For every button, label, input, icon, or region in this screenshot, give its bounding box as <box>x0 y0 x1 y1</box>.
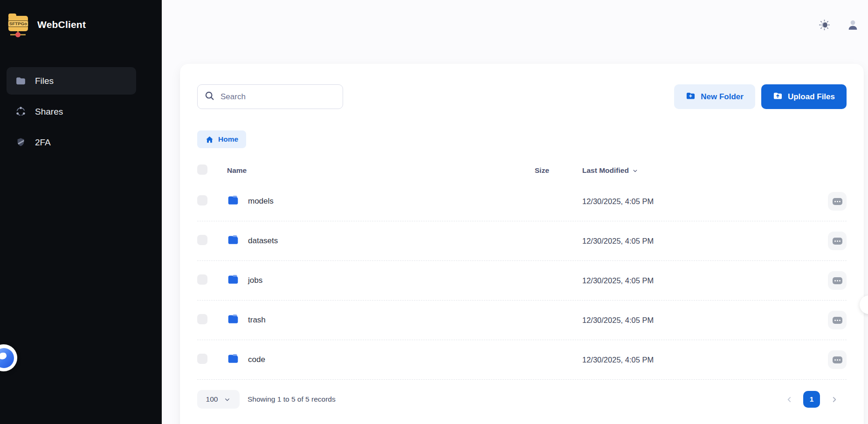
chevron-right-icon <box>830 396 838 403</box>
ellipsis-icon <box>833 317 842 324</box>
breadcrumb: Home <box>197 130 847 148</box>
row-checkbox[interactable] <box>197 354 207 364</box>
file-last-modified: 12/30/2025, 4:05 PM <box>582 356 654 364</box>
app-title: WebClient <box>37 19 86 30</box>
upload-files-label: Upload Files <box>788 92 835 102</box>
sidebar-item-shares[interactable]: Shares <box>7 98 136 125</box>
records-summary: Showing 1 to 5 of 5 records <box>248 395 336 403</box>
folder-icon <box>227 234 239 248</box>
file-name[interactable]: trash <box>248 315 266 325</box>
upload-files-button[interactable]: Upload Files <box>761 84 847 109</box>
sidebar: SFTPGo WebClient Files <box>0 0 162 424</box>
table-row[interactable]: datasets 12/30/2025, 4:05 PM <box>197 221 847 261</box>
ellipsis-icon <box>833 238 842 245</box>
row-checkbox[interactable] <box>197 274 207 285</box>
table-row[interactable]: jobs 12/30/2025, 4:05 PM <box>197 261 847 301</box>
folder-icon <box>227 194 239 208</box>
sidebar-item-label: 2FA <box>35 137 51 148</box>
sidebar-item-2fa[interactable]: 2FA <box>7 129 136 156</box>
row-actions-button[interactable] <box>828 192 847 211</box>
ellipsis-icon <box>833 198 842 205</box>
new-folder-button[interactable]: New Folder <box>674 84 755 109</box>
ellipsis-icon <box>833 277 842 284</box>
brand: SFTPGo WebClient <box>0 0 162 37</box>
row-actions-button[interactable] <box>828 311 847 329</box>
sftpgo-logo-icon: SFTPGo <box>7 12 29 37</box>
folder-plus-icon <box>686 91 696 103</box>
logo-text: SFTPGo <box>8 21 29 27</box>
next-page-button[interactable] <box>826 391 842 407</box>
file-browser-card: New Folder Upload Files Home Name Size <box>180 64 864 424</box>
search-icon <box>204 90 215 103</box>
header-name[interactable]: Name <box>227 166 535 175</box>
sidebar-nav: Files Shares <box>0 67 162 159</box>
table-row[interactable]: code 12/30/2025, 4:05 PM <box>197 340 847 380</box>
page-1-button[interactable]: 1 <box>803 391 820 408</box>
file-name[interactable]: code <box>248 355 265 364</box>
toolbar: New Folder Upload Files <box>197 84 847 109</box>
folder-icon <box>227 313 239 327</box>
webclient-screen: SFTPGo WebClient Files <box>0 0 868 424</box>
search-input[interactable] <box>220 92 336 102</box>
sidebar-item-label: Shares <box>35 107 63 117</box>
file-name[interactable]: models <box>248 197 274 206</box>
row-actions-button[interactable] <box>828 350 847 369</box>
row-actions-button[interactable] <box>828 271 847 290</box>
chevron-left-icon <box>785 396 793 403</box>
widget-globe-icon <box>0 348 14 368</box>
header-last-modified-label: Last Modified <box>582 166 629 175</box>
row-checkbox[interactable] <box>197 314 207 324</box>
row-checkbox[interactable] <box>197 235 207 245</box>
header-size: Size <box>535 166 582 175</box>
user-icon <box>847 19 859 31</box>
chevron-down-icon <box>224 396 231 403</box>
floating-widget-button[interactable] <box>0 344 17 371</box>
select-all-checkbox[interactable] <box>197 164 207 175</box>
ellipsis-icon <box>833 356 842 363</box>
table-header: Name Size Last Modified <box>197 159 847 182</box>
page-size-value: 100 <box>206 395 218 403</box>
theme-toggle-button[interactable] <box>818 18 831 31</box>
home-icon <box>205 135 214 144</box>
file-last-modified: 12/30/2025, 4:05 PM <box>582 237 654 246</box>
sort-chevron-down-icon <box>632 168 638 174</box>
folder-icon <box>15 75 26 87</box>
breadcrumb-home-label: Home <box>218 135 238 144</box>
folder-icon <box>227 353 239 367</box>
file-last-modified: 12/30/2025, 4:05 PM <box>582 197 654 206</box>
page-size-select[interactable]: 100 <box>197 390 240 409</box>
file-last-modified: 12/30/2025, 4:05 PM <box>582 276 654 285</box>
logo-node-dot <box>15 32 21 37</box>
prev-page-button[interactable] <box>781 391 797 407</box>
table-row[interactable]: models 12/30/2025, 4:05 PM <box>197 182 847 221</box>
breadcrumb-home[interactable]: Home <box>197 130 246 148</box>
file-name[interactable]: datasets <box>248 236 278 246</box>
new-folder-label: New Folder <box>701 92 744 102</box>
sidebar-item-files[interactable]: Files <box>7 67 136 95</box>
toolbar-actions: New Folder Upload Files <box>674 84 847 109</box>
folder-upload-icon <box>773 91 783 103</box>
table-row[interactable]: trash 12/30/2025, 4:05 PM <box>197 301 847 340</box>
widget-blob <box>0 352 7 360</box>
search-box <box>197 84 343 109</box>
share-network-icon <box>15 106 26 117</box>
logo-folder-icon: SFTPGo <box>8 16 28 31</box>
pagination-bar: 100 Showing 1 to 5 of 5 records 1 <box>197 390 847 409</box>
shield-icon <box>15 137 26 148</box>
row-actions-button[interactable] <box>828 232 847 250</box>
row-checkbox[interactable] <box>197 195 207 205</box>
user-menu-button[interactable] <box>846 18 859 31</box>
folder-icon <box>227 274 239 287</box>
file-last-modified: 12/30/2025, 4:05 PM <box>582 316 654 325</box>
header-last-modified[interactable]: Last Modified <box>582 166 847 175</box>
sidebar-item-label: Files <box>35 76 54 86</box>
file-name[interactable]: jobs <box>248 276 262 285</box>
sun-moon-icon <box>818 19 831 31</box>
